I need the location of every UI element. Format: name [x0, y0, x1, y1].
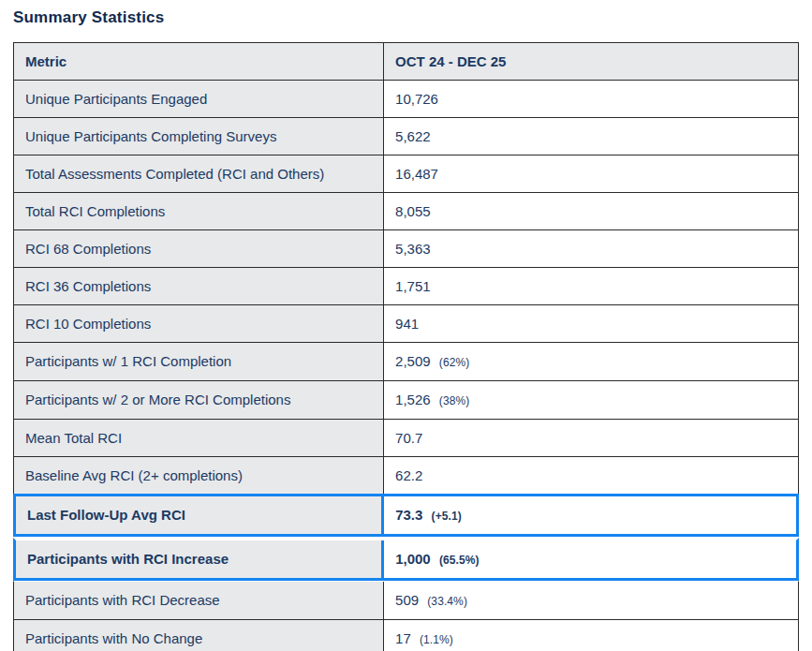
table-row: Baseline Avg RCI (2+ completions) 62.2 [13, 456, 799, 494]
table-row: Participants with No Change 17 (1.1%) [13, 619, 799, 651]
value-note: (33.4%) [427, 595, 467, 608]
table-row: Unique Participants Completing Surveys 5… [13, 117, 799, 155]
metric-cell: Participants with RCI Decrease [14, 582, 384, 619]
metric-cell: Unique Participants Completing Surveys [14, 118, 384, 155]
value-cell: 17 (1.1%) [384, 620, 798, 651]
metric-cell: Total Assessments Completed (RCI and Oth… [14, 155, 384, 192]
metric-cell-text: RCI 10 Completions [25, 316, 151, 332]
table-row: Total RCI Completions 8,055 [13, 192, 799, 229]
header-cell-period: OCT 24 - DEC 25 [384, 43, 798, 80]
page-title: Summary Statistics [13, 8, 799, 27]
table-row: Last Follow-Up Avg RCI 73.3 (+5.1) [13, 494, 799, 537]
metric-cell-text: Participants w/ 2 or More RCI Completion… [25, 392, 290, 407]
table-row: RCI 68 Completions 5,363 [13, 229, 799, 267]
value-cell: 2,509 (62%) [384, 343, 798, 380]
table-row: RCI 36 Completions 1,751 [13, 267, 799, 304]
value-text: 941 [395, 316, 419, 332]
value-text: 2,509 [395, 353, 431, 369]
value-text: 62.2 [395, 467, 422, 483]
value-text: 8,055 [395, 203, 431, 219]
table-row: Participants w/ 2 or More RCI Completion… [13, 380, 799, 419]
metric-cell: RCI 68 Completions [14, 230, 384, 267]
value-note: (1.1%) [420, 633, 453, 646]
metric-cell-text: Total Assessments Completed (RCI and Oth… [25, 166, 324, 182]
metric-cell: RCI 10 Completions [14, 305, 384, 342]
value-cell: 1,000 (65.5%) [384, 540, 796, 578]
value-cell: 8,055 [384, 193, 798, 229]
table-row: Participants w/ 1 RCI Completion 2,509 (… [13, 342, 799, 380]
metric-cell-text: Participants with RCI Decrease [25, 592, 220, 608]
metric-cell-text: RCI 68 Completions [25, 241, 151, 257]
summary-statistics-page: Summary Statistics Metric OCT 24 - DEC 2… [0, 0, 812, 651]
metric-cell: Participants w/ 2 or More RCI Completion… [14, 381, 384, 419]
table-row: Participants with RCI Increase 1,000 (65… [13, 538, 799, 581]
metric-cell: Last Follow-Up Avg RCI [16, 496, 384, 534]
value-note: (38%) [439, 394, 470, 407]
value-text: 1,751 [395, 278, 431, 294]
value-cell: 941 [384, 305, 798, 342]
metric-cell: Total RCI Completions [14, 193, 384, 229]
value-cell: 5,363 [384, 230, 798, 267]
table-row: Participants with RCI Decrease 509 (33.4… [13, 581, 799, 619]
metric-cell-text: Participants with No Change [25, 630, 202, 646]
value-cell: 1,751 [384, 268, 798, 304]
metric-cell-text: Baseline Avg RCI (2+ completions) [25, 467, 243, 483]
value-text: 1,000 [395, 551, 431, 567]
value-text: 10,726 [395, 91, 438, 107]
value-text: 5,363 [395, 241, 431, 257]
metric-cell: Baseline Avg RCI (2+ completions) [14, 457, 384, 494]
header-cell-metric: Metric [14, 43, 384, 80]
value-text: 509 [395, 592, 419, 608]
metric-cell-text: RCI 36 Completions [25, 278, 151, 294]
table-row: RCI 10 Completions 941 [13, 304, 799, 342]
table-row: Total Assessments Completed (RCI and Oth… [13, 155, 799, 192]
metric-cell-text: Participants with RCI Increase [27, 551, 229, 567]
metric-cell: RCI 36 Completions [14, 268, 384, 304]
metric-cell: Mean Total RCI [14, 420, 384, 456]
value-text: 73.3 [395, 507, 422, 523]
metric-cell: Participants with No Change [14, 620, 384, 651]
metric-cell-text: Last Follow-Up Avg RCI [27, 507, 185, 523]
value-text: 16,487 [395, 166, 438, 182]
table-row: Mean Total RCI 70.7 [13, 419, 799, 456]
value-text: 1,526 [395, 392, 431, 407]
metric-cell-text: Participants w/ 1 RCI Completion [25, 353, 231, 369]
metric-cell: Participants with RCI Increase [16, 540, 384, 578]
value-cell: 16,487 [384, 155, 798, 192]
metric-cell-text: Unique Participants Engaged [25, 91, 207, 107]
value-note: (62%) [439, 356, 470, 369]
value-cell: 73.3 (+5.1) [384, 496, 796, 534]
value-text: 70.7 [395, 430, 422, 446]
metric-cell-text: Total RCI Completions [25, 203, 165, 219]
value-note: (65.5%) [439, 554, 480, 567]
value-cell: 70.7 [384, 420, 798, 456]
summary-statistics-table: Metric OCT 24 - DEC 25 Unique Participan… [13, 42, 799, 651]
value-cell: 10,726 [384, 81, 798, 117]
value-text: 17 [395, 630, 411, 646]
metric-cell-text: Mean Total RCI [25, 430, 122, 446]
metric-cell: Participants w/ 1 RCI Completion [14, 343, 384, 380]
metric-cell: Unique Participants Engaged [14, 81, 384, 117]
value-note: (+5.1) [432, 510, 462, 523]
value-cell: 509 (33.4%) [384, 582, 798, 619]
metric-cell-text: Unique Participants Completing Surveys [25, 128, 276, 144]
table-header-row: Metric OCT 24 - DEC 25 [13, 42, 799, 80]
value-text: 5,622 [395, 128, 431, 144]
value-cell: 62.2 [384, 457, 798, 494]
value-cell: 5,622 [384, 118, 798, 155]
table-row: Unique Participants Engaged 10,726 [13, 80, 799, 117]
value-cell: 1,526 (38%) [384, 381, 798, 419]
